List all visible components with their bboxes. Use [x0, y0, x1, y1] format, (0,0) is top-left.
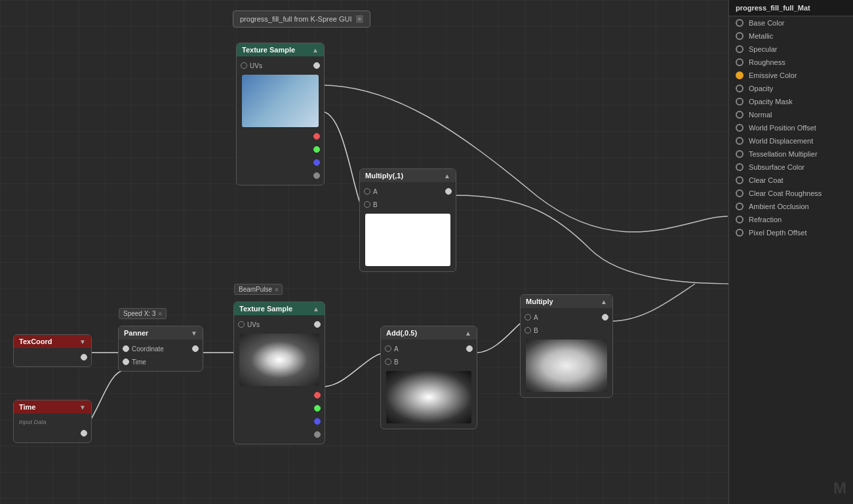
panel-pin-3	[736, 58, 744, 66]
multiply2-a-label: A	[534, 314, 538, 321]
texture-sample-1-body: UVs	[237, 56, 324, 185]
beampulse-label: BeamPulse	[239, 286, 272, 293]
panel-item-emissive-color[interactable]: Emissive Color	[729, 69, 853, 82]
multiply1-image	[365, 214, 450, 266]
texcoord-arrow[interactable]: ▼	[79, 338, 86, 345]
time-arrow[interactable]: ▼	[79, 404, 86, 411]
panel-item-pixel-depth-offset[interactable]: Pixel Depth Offset	[729, 226, 853, 239]
beampulse-icon: ≡	[275, 286, 278, 293]
texture-sample-1-header: Texture Sample ▲	[237, 43, 324, 56]
add-b-row: B	[381, 355, 477, 368]
panel-label-1: Metallic	[749, 32, 773, 40]
add-arrow[interactable]: ▲	[465, 330, 471, 337]
multiply1-a-pin-out	[445, 188, 452, 195]
panel-item-metallic[interactable]: Metallic	[729, 29, 853, 43]
texcoord-header: TexCoord ▼	[14, 335, 91, 348]
panel-item-specular[interactable]: Specular	[729, 43, 853, 56]
g-pin-out	[313, 146, 320, 153]
rgb-pin-row	[237, 130, 324, 143]
panel-pin-1	[736, 32, 744, 40]
panel-label-16: Pixel Depth Offset	[749, 229, 806, 237]
panel-item-world-position-offset[interactable]: World Position Offset	[729, 121, 853, 134]
info-box-text: progress_fill_full from K-Spree GUI	[240, 15, 352, 23]
multiply1-a-row: A	[360, 185, 456, 198]
add-a-pin-in	[385, 345, 391, 352]
b-pin-out	[313, 159, 320, 166]
panel-item-subsurface-color[interactable]: Subsurface Color	[729, 161, 853, 174]
uvs-pin-in	[241, 62, 247, 69]
ts2-uvs-pin-row: UVs	[234, 318, 325, 331]
time-body: Input Data	[14, 414, 91, 442]
ts2-b-pin-out	[314, 418, 321, 425]
time-subtitle: Input Data	[19, 419, 47, 425]
panel-item-clear-coat[interactable]: Clear Coat	[729, 174, 853, 187]
multiply1-header: Multiply(,1) ▲	[360, 169, 456, 182]
panel-pin-9	[736, 137, 744, 145]
texture-sample-2-node: BeamPulse ≡ Texture Sample ▲ UVs	[233, 301, 325, 444]
panel-item-base-color[interactable]: Base Color	[729, 16, 853, 29]
texcoord-body	[14, 348, 91, 366]
panel-pin-8	[736, 124, 744, 132]
panel-label-12: Clear Coat	[749, 176, 784, 184]
multiply1-b-pin-in	[364, 201, 370, 208]
panel-label-10: Tessellation Multiplier	[749, 150, 818, 158]
panel-label-4: Emissive Color	[749, 71, 797, 79]
panel-item-world-displacement[interactable]: World Displacement	[729, 134, 853, 147]
panel-pin-12	[736, 176, 744, 184]
right-panel-header: progress_fill_full_Mat	[729, 0, 853, 16]
time-out-pin-row	[14, 427, 91, 440]
right-panel-title: progress_fill_full_Mat	[736, 4, 810, 12]
panel-pin-7	[736, 111, 744, 119]
texcoord-pin-out	[81, 354, 87, 360]
panner-title: Panner	[124, 329, 148, 337]
panel-label-15: Refraction	[749, 216, 782, 223]
add-b-pin-in	[385, 359, 391, 365]
multiply2-b-pin-in	[525, 327, 531, 334]
panel-item-opacity[interactable]: Opacity	[729, 82, 853, 95]
multiply1-a-pin-in	[364, 188, 370, 195]
texture-sample-1-arrow[interactable]: ▲	[312, 47, 319, 54]
panel-item-opacity-mask[interactable]: Opacity Mask	[729, 95, 853, 108]
panel-label-13: Clear Coat Roughness	[749, 189, 822, 197]
multiply2-a-pin-out	[602, 314, 608, 320]
panel-item-roughness[interactable]: Roughness	[729, 56, 853, 69]
a-pin-row	[237, 169, 324, 182]
multiply1-b-label: B	[373, 201, 378, 208]
texture-sample-2-title: Texture Sample	[239, 305, 292, 313]
time-pin-row: Time	[119, 355, 203, 368]
panel-label-11: Subsurface Color	[749, 163, 804, 171]
texture-sample-1-image	[242, 75, 319, 127]
panel-label-3: Roughness	[749, 58, 785, 66]
multiply2-arrow[interactable]: ▲	[601, 298, 607, 305]
info-icon: ≡	[356, 15, 363, 23]
panel-item-refraction[interactable]: Refraction	[729, 213, 853, 226]
ts2-r-pin-out	[314, 392, 321, 398]
add-preview	[386, 371, 471, 423]
add-node: Add(,0.5) ▲ A B	[380, 326, 477, 429]
panel-item-tessellation-multiplier[interactable]: Tessellation Multiplier	[729, 147, 853, 161]
speed-icon: ≡	[158, 311, 161, 317]
panel-item-normal[interactable]: Normal	[729, 108, 853, 121]
b-pin-row	[237, 156, 324, 169]
panner-arrow[interactable]: ▼	[191, 330, 197, 337]
panel-label-2: Specular	[749, 45, 777, 53]
panner-node: Speed X: 3 ≡ Panner ▼ Coordinate Time	[118, 326, 203, 372]
coordinate-pin-row: Coordinate	[119, 342, 203, 355]
panel-pin-14	[736, 203, 744, 210]
texture-sample-2-arrow[interactable]: ▲	[313, 305, 319, 313]
panel-label-14: Ambient Occlusion	[749, 203, 809, 210]
multiply2-body: A B	[521, 308, 612, 397]
multiply1-b-row: B	[360, 198, 456, 211]
texcoord-title: TexCoord	[19, 338, 52, 345]
multiply1-arrow[interactable]: ▲	[444, 172, 450, 180]
info-box: progress_fill_full from K-Spree GUI ≡	[233, 10, 370, 28]
time-subtitle-row: Input Data	[14, 416, 91, 427]
panel-item-clear-coat-roughness[interactable]: Clear Coat Roughness	[729, 187, 853, 200]
panel-label-9: World Displacement	[749, 137, 813, 145]
multiply2-image	[526, 339, 607, 392]
corner-watermark: M	[833, 479, 846, 497]
panel-item-ambient-occlusion[interactable]: Ambient Occlusion	[729, 200, 853, 213]
texture-sample-2-image	[239, 334, 319, 386]
multiply2-a-row: A	[521, 311, 612, 324]
panel-pin-5	[736, 85, 744, 92]
